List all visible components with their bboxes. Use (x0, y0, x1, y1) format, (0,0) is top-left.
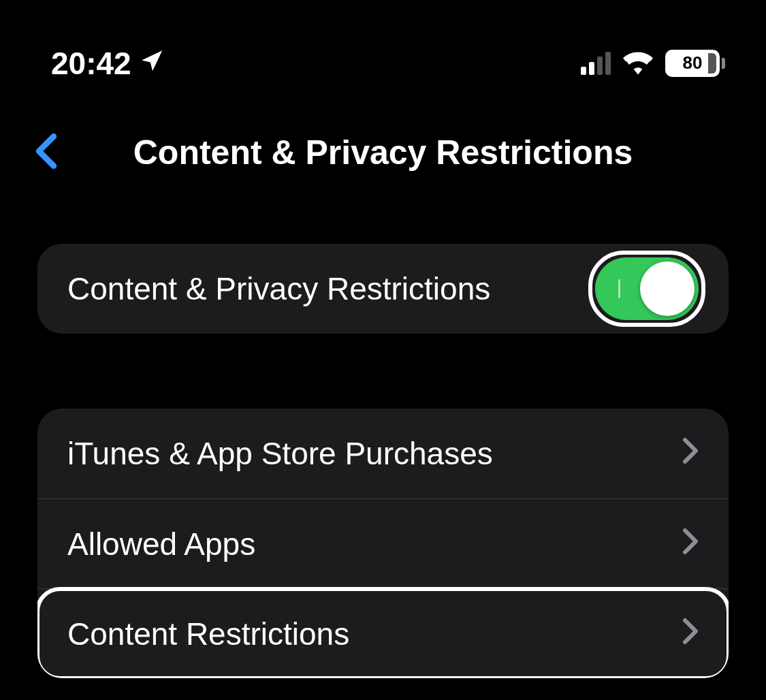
row-label: iTunes & App Store Purchases (67, 435, 493, 472)
status-left: 20:42 (51, 45, 165, 82)
page-title: Content & Privacy Restrictions (133, 133, 633, 172)
chevron-right-icon (682, 435, 699, 472)
content-privacy-toggle[interactable] (595, 257, 699, 320)
battery-indicator: 80 (665, 50, 725, 77)
row-label: Content Restrictions (67, 616, 349, 652)
toggle-row-label: Content & Privacy Restrictions (67, 270, 490, 307)
status-bar: 20:42 80 (0, 0, 766, 89)
row-allowed-apps[interactable]: Allowed Apps (37, 498, 729, 588)
battery-percent: 80 (683, 52, 703, 74)
status-right: 80 (581, 50, 725, 77)
toggle-highlight (588, 251, 705, 327)
cellular-signal-icon (581, 52, 611, 75)
chevron-right-icon (682, 526, 699, 562)
wifi-icon (623, 52, 653, 75)
content-privacy-toggle-row: Content & Privacy Restrictions (37, 244, 729, 334)
status-time: 20:42 (51, 45, 131, 82)
menu-section: iTunes & App Store Purchases Allowed App… (37, 409, 729, 678)
toggle-section: Content & Privacy Restrictions (37, 244, 729, 334)
row-content-restrictions[interactable]: Content Restrictions (37, 588, 729, 678)
nav-header: Content & Privacy Restrictions (0, 89, 766, 213)
chevron-left-icon (34, 160, 59, 172)
row-label: Allowed Apps (67, 526, 255, 562)
location-arrow-icon (140, 45, 165, 82)
chevron-right-icon (682, 616, 699, 652)
back-button[interactable] (27, 126, 65, 179)
row-itunes-app-store[interactable]: iTunes & App Store Purchases (37, 409, 729, 498)
